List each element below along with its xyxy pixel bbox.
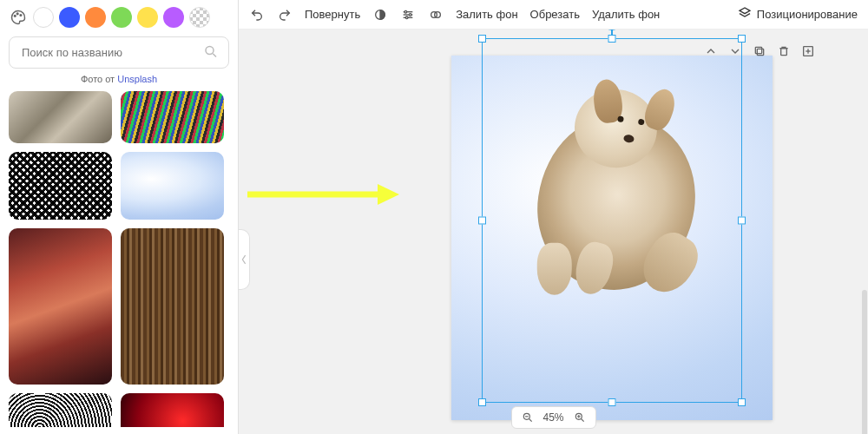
canvas-area[interactable]: 45% xyxy=(239,30,868,434)
photo-credit: Фото от Unsplash xyxy=(9,74,229,84)
search-input[interactable] xyxy=(9,36,229,69)
color-swatch-green[interactable] xyxy=(111,7,132,28)
adjust-icon[interactable] xyxy=(400,7,416,23)
layer-up-icon[interactable] xyxy=(703,43,719,59)
sidebar: Фото от Unsplash xyxy=(0,0,239,434)
bg-thumb[interactable] xyxy=(9,91,112,143)
svg-rect-15 xyxy=(757,49,763,55)
bg-thumb[interactable] xyxy=(9,152,112,220)
resize-handle[interactable] xyxy=(478,217,486,225)
undo-icon[interactable] xyxy=(249,7,265,23)
resize-handle[interactable] xyxy=(478,35,486,43)
crop-button[interactable]: Обрезать xyxy=(530,8,580,21)
foreground-subject[interactable] xyxy=(538,116,694,290)
add-icon[interactable] xyxy=(800,43,816,59)
positioning-button[interactable]: Позиционирование xyxy=(738,6,858,23)
color-swatch-yellow[interactable] xyxy=(137,7,158,28)
bg-thumb[interactable] xyxy=(121,91,224,143)
color-swatch-blue[interactable] xyxy=(59,7,80,28)
layer-tools xyxy=(703,43,816,59)
copy-icon[interactable] xyxy=(752,43,767,59)
svg-rect-16 xyxy=(755,47,761,53)
layers-icon xyxy=(738,6,752,23)
delete-icon[interactable] xyxy=(776,43,792,59)
overlap-icon[interactable] xyxy=(428,7,444,23)
annotation-arrow xyxy=(243,177,399,212)
svg-line-24 xyxy=(529,419,531,422)
zoom-control: 45% xyxy=(510,406,595,429)
zoom-in-icon[interactable] xyxy=(573,411,587,424)
remove-bg-button[interactable]: Удалить фон xyxy=(592,8,660,21)
svg-line-27 xyxy=(581,419,583,422)
svg-line-4 xyxy=(213,53,216,56)
zoom-value: 45% xyxy=(542,411,563,424)
bg-thumb[interactable] xyxy=(9,393,112,427)
positioning-label: Позиционирование xyxy=(757,8,858,21)
credit-link[interactable]: Unsplash xyxy=(117,74,157,84)
color-swatch-orange[interactable] xyxy=(85,7,106,28)
resize-handle[interactable] xyxy=(738,217,746,225)
svg-point-11 xyxy=(406,16,409,19)
search-icon xyxy=(203,43,219,62)
color-swatch-row xyxy=(9,7,229,28)
svg-marker-14 xyxy=(740,8,750,14)
svg-point-0 xyxy=(14,16,16,17)
contrast-icon[interactable] xyxy=(372,7,388,23)
bg-thumb[interactable] xyxy=(121,152,224,220)
redo-icon[interactable] xyxy=(277,7,293,23)
resize-handle[interactable] xyxy=(608,398,616,406)
color-swatch-transparent[interactable] xyxy=(189,7,210,28)
resize-handle[interactable] xyxy=(738,398,746,406)
resize-handle[interactable] xyxy=(478,398,486,406)
color-swatch-white[interactable] xyxy=(33,7,54,28)
scrollbar-vertical[interactable] xyxy=(862,290,867,434)
svg-point-10 xyxy=(410,13,412,16)
resize-handle[interactable] xyxy=(738,35,746,43)
svg-rect-17 xyxy=(781,49,787,56)
bg-thumb[interactable] xyxy=(121,393,224,427)
rotate-handle[interactable] xyxy=(603,30,621,30)
svg-point-9 xyxy=(404,10,407,13)
toolbar: Повернуть Залить фон Обрезать Удалить фо… xyxy=(239,0,868,30)
svg-point-2 xyxy=(20,15,22,16)
fill-bg-button[interactable]: Залить фон xyxy=(456,8,517,21)
svg-point-1 xyxy=(16,13,18,15)
resize-handle[interactable] xyxy=(608,35,616,43)
bg-thumb[interactable] xyxy=(121,228,224,385)
palette-icon[interactable] xyxy=(9,8,28,27)
zoom-out-icon[interactable] xyxy=(520,411,534,424)
bg-thumb[interactable] xyxy=(9,228,112,385)
color-swatch-purple[interactable] xyxy=(163,7,184,28)
search-box xyxy=(9,36,229,69)
panel-collapse-tab[interactable] xyxy=(239,229,250,290)
credit-prefix: Фото от xyxy=(81,74,117,84)
layer-down-icon[interactable] xyxy=(727,43,743,59)
svg-point-3 xyxy=(206,46,214,54)
rotate-button[interactable]: Повернуть xyxy=(305,8,360,21)
background-thumbnails xyxy=(9,91,229,427)
svg-marker-22 xyxy=(378,184,399,205)
main-area: Повернуть Залить фон Обрезать Удалить фо… xyxy=(239,0,868,434)
